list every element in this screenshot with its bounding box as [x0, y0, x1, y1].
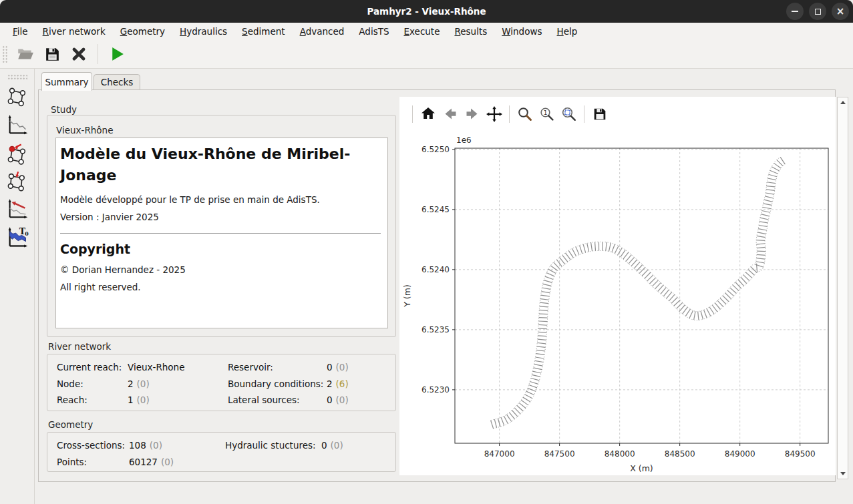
window-title: Pamhyr2 - Vieux-Rhône: [367, 6, 486, 17]
maximize-icon: [815, 9, 821, 15]
study-description-box[interactable]: Modèle du Vieux-Rhône de Miribel-Jonage …: [55, 138, 388, 328]
window-controls: ×: [786, 3, 849, 20]
plot-home-button[interactable]: [417, 103, 438, 124]
svg-text:6.5235: 6.5235: [421, 325, 450, 334]
copyright-note: All right reserved.: [60, 282, 381, 292]
svg-text:0: 0: [25, 231, 29, 237]
river-network-icon: [6, 86, 29, 109]
study-group-box: Vieux-Rhône Modèle du Vieux-Rhône de Mir…: [47, 115, 396, 337]
save-button[interactable]: [41, 43, 63, 65]
svg-text:847000: 847000: [484, 449, 515, 459]
svg-text:X (m): X (m): [630, 463, 653, 473]
svg-text:Y (m): Y (m): [402, 284, 412, 308]
open-folder-icon: [16, 45, 35, 63]
tool-lateral-sources-button[interactable]: [4, 168, 31, 195]
menu-help[interactable]: Help: [551, 24, 584, 39]
back-arrow-icon: [442, 105, 459, 123]
scroll-down-button[interactable]: [838, 469, 848, 479]
menu-river-network[interactable]: River network: [37, 24, 112, 39]
pan-move-icon: [486, 105, 503, 123]
stat-lateral-sources: Lateral sources: 0(0): [228, 395, 300, 405]
scroll-up-button[interactable]: [838, 97, 848, 107]
study-title: Modèle du Vieux-Rhône de Miribel-Jonage: [60, 144, 381, 186]
river-network-group-label: River network: [48, 341, 111, 352]
stat-current-reach: Current reach: Vieux-Rhone: [57, 362, 122, 372]
plot-back-button[interactable]: [440, 103, 460, 124]
geometry-group-label: Geometry: [48, 419, 93, 430]
home-icon: [419, 105, 437, 123]
boundary-conditions-icon: [6, 142, 29, 165]
magnifier-rect-icon: [560, 105, 578, 123]
plot-pan-button[interactable]: [484, 103, 504, 124]
tool-boundary-conditions-button[interactable]: [4, 140, 31, 167]
close-icon: ×: [836, 7, 845, 17]
tab-checks-label: Checks: [101, 77, 134, 87]
magnifier-icon: [516, 105, 534, 123]
stat-cross-sections: Cross-sections: 108(0): [57, 440, 125, 451]
svg-text:848500: 848500: [665, 449, 695, 459]
window-titlebar[interactable]: Pamhyr2 - Vieux-Rhône ×: [0, 0, 853, 23]
geometry-profile-icon: [6, 114, 29, 137]
svg-text:6.5245: 6.5245: [421, 205, 450, 214]
river-network-plot-panel: 8470008475008480008485008490008495006.52…: [399, 97, 836, 475]
side-toolbar-drag-handle[interactable]: [7, 74, 27, 80]
study-group-label: Study: [51, 104, 77, 115]
save-floppy-icon: [43, 45, 61, 63]
magnifier-one-icon: 1: [538, 105, 556, 123]
stat-reach: Reach: 1(0): [57, 395, 88, 405]
stat-boundary-conditions: Boundary conditions: 2(6): [228, 379, 323, 389]
maximize-button[interactable]: [809, 3, 826, 20]
menu-hydraulics[interactable]: Hydraulics: [174, 24, 233, 39]
close-study-button[interactable]: [67, 43, 90, 65]
geometry-group-box: Cross-sections: 108(0) Points: 60127(0) …: [47, 432, 396, 472]
copyright-heading: Copyright: [60, 242, 381, 256]
menu-file[interactable]: File: [7, 24, 34, 39]
minimize-button[interactable]: [786, 3, 804, 20]
tool-river-network-button[interactable]: [4, 84, 31, 111]
menu-windows[interactable]: Windows: [496, 24, 548, 39]
vertical-scrollbar[interactable]: [837, 97, 848, 479]
menu-geometry[interactable]: Geometry: [114, 24, 171, 39]
svg-text:848000: 848000: [605, 449, 635, 459]
tool-geometry-profile-button[interactable]: [4, 112, 31, 139]
toolbar-drag-handle[interactable]: [2, 45, 8, 63]
svg-text:1: 1: [543, 109, 547, 116]
menu-sediment[interactable]: Sediment: [236, 24, 291, 39]
arrow-down-icon: [840, 472, 846, 475]
stat-points: Points: 60127(0): [57, 457, 87, 467]
open-button[interactable]: [14, 43, 37, 65]
close-x-icon: [70, 45, 88, 63]
menu-advanced[interactable]: Advanced: [294, 24, 351, 39]
river-network-chart[interactable]: 8470008475008480008485008490008495006.52…: [399, 97, 836, 475]
toolbar-separator: [98, 44, 98, 64]
plot-zoom-button[interactable]: [514, 103, 535, 124]
tool-initial-conditions-button[interactable]: [4, 196, 31, 223]
menu-adists[interactable]: AdisTS: [353, 24, 395, 39]
run-play-icon: [108, 45, 126, 63]
tab-checks[interactable]: Checks: [94, 74, 140, 90]
plot-zoom-rect-button[interactable]: [558, 103, 579, 124]
plot-save-button[interactable]: [589, 103, 610, 124]
close-button[interactable]: ×: [832, 3, 849, 20]
menu-results[interactable]: Results: [448, 24, 493, 39]
menu-bar: File River network Geometry Hydraulics S…: [0, 23, 853, 40]
copyright-owner: © Dorian Hernandez - 2025: [60, 264, 381, 275]
tab-summary[interactable]: Summary: [41, 72, 92, 91]
tool-adists-initial-time-button[interactable]: T 0: [4, 224, 31, 251]
svg-text:6.5230: 6.5230: [421, 385, 450, 395]
study-version: Version : Janvier 2025: [60, 212, 381, 222]
forward-arrow-icon: [464, 105, 481, 123]
menu-execute[interactable]: Execute: [397, 24, 446, 39]
nav-separator: [509, 105, 510, 123]
svg-text:1e6: 1e6: [456, 136, 472, 145]
stat-hydraulic-structures: Hydraulic stuctures: 0(0): [225, 440, 316, 451]
svg-text:847500: 847500: [544, 449, 575, 459]
svg-text:6.5250: 6.5250: [421, 145, 450, 154]
run-button[interactable]: [106, 43, 128, 65]
svg-text:6.5240: 6.5240: [421, 265, 450, 274]
initial-conditions-icon: [6, 198, 29, 221]
plot-zoom-one-button[interactable]: 1: [536, 103, 557, 124]
study-description: Modèle développé pour le TP de prise en …: [60, 194, 381, 205]
river-network-group-box: Current reach: Vieux-Rhone Node: 2(0) Re…: [47, 354, 396, 411]
plot-forward-button[interactable]: [462, 103, 482, 124]
